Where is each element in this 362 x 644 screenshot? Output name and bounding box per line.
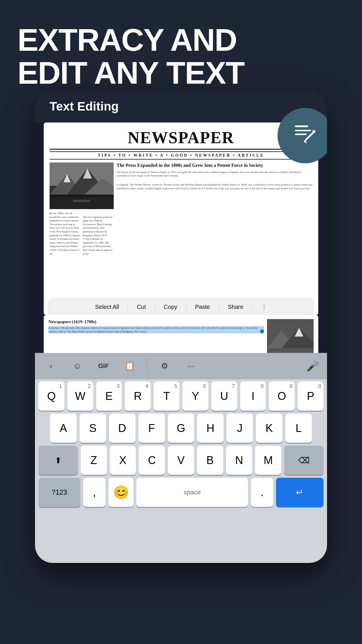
key-y[interactable]: 6Y <box>182 382 208 411</box>
key-a[interactable]: A <box>50 414 77 443</box>
newspaper-upper: NEWSPAPER TIPS • TO • WRITE • A • GOOD •… <box>44 123 318 315</box>
key-b[interactable]: B <box>197 446 223 475</box>
key-k[interactable]: K <box>256 414 282 443</box>
key-f[interactable]: F <box>138 414 165 443</box>
svg-rect-17 <box>73 200 90 202</box>
newspaper-subtitle: TIPS • TO • WRITE • A • GOOD • NEWSPAPER… <box>50 151 312 160</box>
newspaper-right-headline: The Press Expanded in the 1800s and Grew… <box>117 162 312 169</box>
ctx-divider-4 <box>219 302 219 311</box>
ctx-more[interactable]: ⋮ <box>261 303 267 310</box>
kbd-more-button[interactable]: ··· <box>180 357 201 375</box>
key-r[interactable]: 4R <box>125 382 151 411</box>
hero-title: EXTRACY AND EDIT ANY TEXT <box>17 23 345 90</box>
key-x[interactable]: X <box>110 446 136 475</box>
key-enter[interactable]: ↵ <box>276 478 324 507</box>
key-m[interactable]: M <box>255 446 281 475</box>
kbd-settings-button[interactable]: ⚙ <box>154 357 175 375</box>
key-c[interactable]: C <box>139 446 165 475</box>
svg-point-6 <box>312 130 315 133</box>
key-g[interactable]: G <box>168 414 194 443</box>
key-e[interactable]: 3E <box>96 382 122 411</box>
newspaper-mountain-image <box>50 162 114 209</box>
text-edit-icon <box>291 121 320 150</box>
key-p[interactable]: 0P <box>298 382 324 411</box>
key-emoji[interactable]: 😊 <box>108 478 133 507</box>
key-comma[interactable]: , <box>83 478 106 507</box>
key-shift[interactable]: ⬆ <box>38 446 78 475</box>
key-space[interactable]: space <box>136 478 248 507</box>
ctx-divider-3 <box>186 302 186 311</box>
ctx-select-all[interactable]: Select All <box>95 304 119 310</box>
key-l[interactable]: L <box>285 414 312 443</box>
context-menu[interactable]: Select All Cut Copy Paste Share ⋮ <box>50 299 312 315</box>
kbd-back-button[interactable]: ‹ <box>41 357 61 375</box>
svg-rect-0 <box>295 125 308 127</box>
key-row-1: 1Q 2W 3E 4R 5T 6Y 7U 8I 9O 0P <box>38 382 324 411</box>
key-v[interactable]: V <box>168 446 194 475</box>
newspaper-right-text2: In England, 'The Weekly Newes,' written … <box>117 183 312 190</box>
phone-topbar: Text Editing <box>35 90 327 123</box>
kbd-toolbar-separator <box>147 359 147 373</box>
svg-rect-1 <box>295 130 311 131</box>
key-row-4: ?123 , 😊 space . ↵ <box>38 478 324 507</box>
ctx-divider-2 <box>155 302 155 311</box>
newspaper-lower-headline: Newspapers (1619–1780s) <box>48 319 264 324</box>
key-w[interactable]: 2W <box>67 382 93 411</box>
key-row-2: A S D F G H J K L <box>38 414 324 443</box>
key-o[interactable]: 9O <box>269 382 295 411</box>
newspaper-right-text: The history of the newspaper in America … <box>117 170 312 178</box>
newspaper-title: NEWSPAPER <box>50 128 312 150</box>
kbd-clipboard-button[interactable]: 📋 <box>120 357 140 375</box>
newspaper-lower-text: In the late 17th and early 18th centurie… <box>48 326 264 333</box>
svg-rect-16 <box>50 197 114 209</box>
key-n[interactable]: N <box>226 446 252 475</box>
svg-line-7 <box>305 141 306 143</box>
key-row-3: ⬆ Z X C V B N M ⌫ <box>38 446 324 475</box>
key-i[interactable]: 8I <box>240 382 266 411</box>
ctx-paste[interactable]: Paste <box>195 304 210 310</box>
key-z[interactable]: Z <box>81 446 107 475</box>
key-t[interactable]: 5T <box>154 382 180 411</box>
ctx-divider-1 <box>128 302 128 311</box>
kbd-gif-button[interactable]: GIF <box>93 357 114 375</box>
key-u[interactable]: 7U <box>211 382 237 411</box>
key-d[interactable]: D <box>109 414 136 443</box>
ctx-cut[interactable]: Cut <box>137 304 146 310</box>
kbd-emoji-sticker-button[interactable]: ☺ <box>67 357 87 375</box>
ctx-copy[interactable]: Copy <box>164 304 178 310</box>
newspaper-left-col-text: By the 1690s, one-off broadsides were co… <box>50 211 114 256</box>
kbd-mic-button[interactable]: 🎤 <box>304 357 321 375</box>
svg-rect-2 <box>295 134 307 135</box>
keyboard-area: ‹ ☺ GIF 📋 ⚙ ··· 🎤 1Q 2W 3E 4R 5T 6Y <box>35 353 327 563</box>
keyboard-toolbar: ‹ ☺ GIF 📋 ⚙ ··· 🎤 <box>35 353 327 379</box>
phone-topbar-title: Text Editing <box>50 99 119 113</box>
ctx-divider-5 <box>252 302 252 311</box>
phone-mockup: Text Editing NEWSPAPER TIPS • TO • WR <box>35 90 327 563</box>
key-delete[interactable]: ⌫ <box>284 446 324 475</box>
key-s[interactable]: S <box>80 414 106 443</box>
keyboard-keys: 1Q 2W 3E 4R 5T 6Y 7U 8I 9O 0P A S D F <box>35 379 327 507</box>
key-num-switch[interactable]: ?123 <box>38 478 80 507</box>
key-period[interactable]: . <box>251 478 273 507</box>
ctx-share[interactable]: Share <box>228 304 243 310</box>
key-j[interactable]: J <box>226 414 253 443</box>
key-q[interactable]: 1Q <box>38 382 64 411</box>
key-h[interactable]: H <box>197 414 224 443</box>
